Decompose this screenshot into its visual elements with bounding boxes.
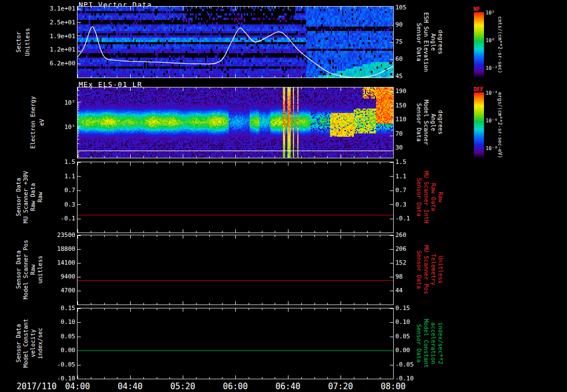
tick-label: 60 (395, 56, 403, 62)
mu30v-left-axis-label-line: Raw Data (29, 183, 36, 212)
tick-label: 190 (395, 89, 406, 94)
tick-label: 0.00 (395, 348, 410, 353)
tick-label: -0.1 (61, 216, 76, 221)
tick-label: 44 (395, 288, 403, 293)
nf-colorbar-units: cnts/(cm**2-sr-sec) (497, 17, 503, 74)
npi-left-axis-label-line: Sector (15, 32, 22, 53)
def-colorbar-label: DEF (473, 86, 483, 92)
npi-left-axis-label-line: Unitless (24, 28, 30, 56)
tick-label: 110 (395, 117, 406, 122)
tick-label: 14100 (57, 260, 75, 266)
date-label: 2017/110 (17, 381, 56, 391)
tick-label: 6.2e+00 (50, 61, 75, 66)
els-left-axis-label-line: Electron Energy (29, 96, 36, 149)
tick-label: 75 (395, 39, 403, 45)
model-scanner-pos-plot-canvas (77, 235, 394, 305)
tick-label: 1.5 (64, 159, 75, 165)
npi-right-axis-label-line: Sensor Data (416, 23, 422, 61)
velocity-left-axis-label-line: index/sec (37, 328, 43, 359)
tick-label: -0.05 (57, 362, 75, 368)
tick-label: 0.7 (395, 188, 406, 193)
tick-label: 4700 (61, 288, 76, 293)
scanpos-right-axis-label-line: Unitless (437, 256, 444, 284)
nf-colorbar-label: NF (473, 6, 480, 12)
tick-label: -0.05 (395, 362, 414, 368)
x-axis-tick-label: 08:00 (374, 381, 413, 391)
nf-colorbar (474, 12, 484, 78)
tick-label: 23500 (57, 233, 75, 238)
x-axis-tick-label: 06:00 (216, 381, 255, 391)
scanpos-left-axis-label-line: Model Scanner Pos (22, 240, 29, 299)
tick-label: 0.3 (395, 202, 406, 208)
scanpos-left-axis-label-line: Raw (29, 265, 36, 275)
tick-label: 90 (395, 22, 403, 28)
scanpos-left-ticks: 23500 18800 14100 9400 4700 (43, 233, 75, 293)
tick-label: 1.1 (64, 174, 75, 179)
tick-label: 260 (395, 233, 406, 238)
tick-label: 18800 (57, 246, 75, 252)
tick-label: 9400 (61, 274, 76, 280)
tick-label: 0.10 (395, 319, 410, 325)
tick-label: 0.3 (64, 202, 75, 208)
mu30v-left-ticks: 1.5 1.1 0.7 0.3 -0.1 (43, 159, 75, 221)
tick-label: 10² (54, 99, 75, 106)
x-axis-tick-label: 07:20 (321, 381, 360, 391)
scanpos-left-axis-label-line: unitless (37, 256, 43, 284)
els-right-axis-label-line: Angle (430, 114, 437, 131)
tick-label: 0.7 (64, 188, 75, 193)
mu-scanner-30v-plot-canvas (77, 162, 394, 233)
tick-label: 0.15 (395, 306, 410, 311)
velocity-left-axis-label-line: velocity (29, 329, 36, 358)
tick-label: 206 (395, 246, 406, 252)
def-colorbar-units: ergs/(cm**2-sr-sec-eV) (497, 92, 503, 158)
els-left-axis-label-line: eV (38, 119, 45, 126)
tick-label: 105 (395, 5, 406, 11)
tick-label: 70 (395, 131, 403, 137)
tick-label: 10² (486, 10, 504, 16)
tick-label: 152 (395, 260, 406, 266)
scanpos-right-axis-label-line: MU Scanner Pos (423, 245, 430, 295)
tick-label: 98 (395, 274, 403, 280)
tick-label: 2.5e+01 (50, 20, 75, 25)
velocity-right-axis-label-line: index/sec**2 (437, 322, 444, 364)
mu30v-left-axis-label-line: Sensor Data (15, 178, 22, 216)
velocity-left-axis-label-line: Sensor Data (15, 324, 22, 363)
tick-label: 1.1 (395, 174, 406, 179)
els-right-axis-label-line: degrees (437, 110, 444, 135)
tick-label: 150 (395, 103, 406, 109)
els-spectrogram-canvas (77, 87, 394, 158)
tick-label: 10¹ (54, 123, 75, 131)
mu30v-right-axis-label-line: Sensor Data (416, 178, 422, 216)
mu30v-left-axis-label-line: MU Scanner +30V (22, 171, 29, 224)
tick-label: 0.05 (61, 334, 76, 339)
model-constant-velocity-plot-canvas (77, 308, 394, 379)
x-axis-tick-label: 05:20 (163, 381, 202, 391)
tick-label: 0.10 (61, 319, 76, 325)
tick-label: -0.10 (57, 376, 75, 381)
tick-label: 0.15 (61, 306, 76, 311)
def-colorbar (474, 92, 484, 158)
npi-right-axis-label-line: ESH Sun Elevation (423, 12, 430, 71)
plot-figure: NPI Vector Data Sector Unitless 3.1e+01 … (0, 0, 567, 392)
velocity-right-axis-label-line: Sensor Data (416, 324, 422, 363)
npi-left-ticks: 3.1e+01 2.5e+01 1.9e+01 1.2e+01 6.2e+00 (43, 6, 75, 66)
tick-label: 0.00 (61, 348, 76, 353)
npi-spectrogram-canvas (77, 6, 394, 78)
mu30v-right-axis-label-line: MU Scanner IntH (423, 171, 430, 224)
tick-label: -0.1 (395, 216, 410, 221)
tick-label: 1.2e+01 (50, 47, 75, 53)
tick-label: -0.10 (395, 376, 414, 381)
tick-label: 1.9e+01 (50, 34, 75, 39)
tick-label: 1.5 (395, 159, 406, 165)
tick-label: 0.05 (395, 334, 410, 339)
mu30v-right-axis-label-line: Raw Data (430, 183, 437, 212)
els-right-axis-label-line: Model Scanner (423, 100, 430, 145)
mu30v-left-axis-label-line: Raw (37, 192, 43, 203)
npi-right-axis-label-line: degrees (437, 30, 444, 54)
tick-label: 45 (395, 74, 403, 79)
velocity-left-ticks: 0.15 0.10 0.05 0.00 -0.05 -0.10 (43, 306, 75, 381)
velocity-right-axis-label-line: acceleration (430, 322, 437, 364)
scanpos-right-axis-label-line: Telemetry (430, 254, 437, 286)
els-right-axis-label-line: Sensor Data (416, 103, 422, 142)
x-axis-tick-label: 04:40 (111, 381, 150, 391)
